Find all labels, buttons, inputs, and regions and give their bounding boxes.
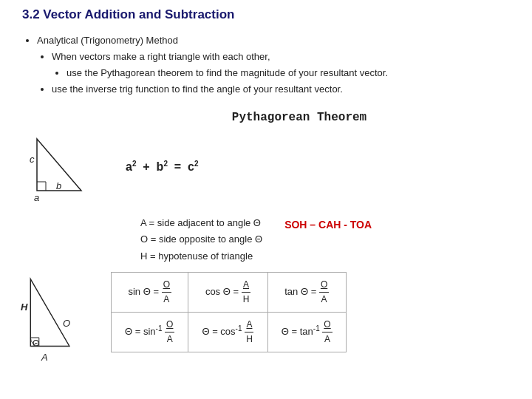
bullet-3a: use the Pythagorean theorem to find the …: [66, 65, 517, 81]
triangle2-A-label: A: [41, 352, 48, 363]
trig-asin-cell: Θ = sin-1 OA: [112, 313, 188, 352]
definitions: A = side adjacent to angle Θ O = side op…: [140, 211, 262, 264]
soh-cah-toa: SOH – CAH - TOA: [284, 211, 372, 231]
def-H: H = hypotenuse of triangle: [140, 248, 262, 265]
trig-acos-cell: Θ = cos-1 AH: [188, 313, 267, 352]
trig-tan-cell: tan Θ = OA: [267, 272, 346, 312]
trig-section: H O A Θ sin Θ = OA cos Θ = AH tan Θ = OA…: [22, 272, 517, 357]
triangle1-a-label: a: [34, 192, 39, 203]
triangle1-b-label: b: [56, 180, 61, 191]
triangle2-H-label: H: [21, 301, 27, 313]
pythagorean-title: Pythagorean Theorem: [81, 111, 517, 124]
pythagorean-formula: a2 + b2 = c2: [126, 152, 199, 178]
triangle1-c-label: c: [30, 154, 35, 165]
def-A: A = side adjacent to angle Θ: [140, 215, 262, 231]
def-O: O = side opposite to angle Θ: [140, 231, 262, 248]
triangle2-O-label: O: [63, 318, 70, 329]
bullet-3b: use the inverse trig function to find th…: [52, 81, 517, 98]
trig-atan-cell: Θ = tan-1 OA: [267, 313, 346, 352]
trig-sin-cell: sin Θ = OA: [112, 272, 188, 312]
bullets-section: Analytical (Trigonometry) Method When ve…: [22, 33, 517, 98]
trig-cos-cell: cos Θ = AH: [188, 272, 267, 312]
trig-table: sin Θ = OA cos Θ = AH tan Θ = OA Θ = sin…: [111, 272, 347, 353]
triangle1-diagram: c b a: [30, 132, 96, 198]
bullet-1: Analytical (Trigonometry) Method: [37, 33, 517, 49]
page-title: 3.2 Vector Addition and Subtraction: [22, 7, 517, 22]
definitions-row: A = side adjacent to angle Θ O = side op…: [30, 211, 517, 264]
triangle2-diagram: H O A Θ: [22, 272, 81, 357]
svg-marker-1: [30, 279, 69, 346]
triangle2-theta-label: Θ: [33, 338, 39, 349]
bullet-2: When vectors make a right triangle with …: [52, 49, 517, 65]
